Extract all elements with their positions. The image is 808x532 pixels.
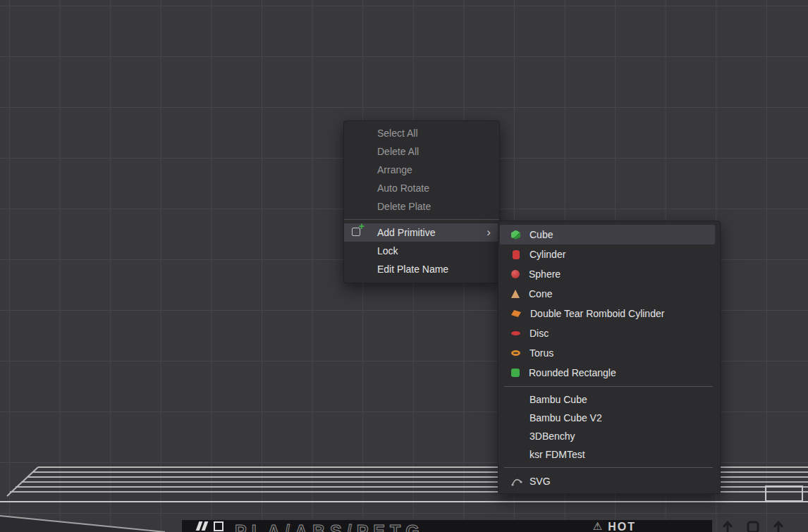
submenu-separator [504, 467, 713, 468]
submenu-item-disc[interactable]: Disc [498, 323, 720, 343]
hot-warning: ⚠ HOT [593, 520, 636, 532]
context-menu: Select All Delete All Arrange Auto Rotat… [343, 120, 500, 283]
menu-item-edit-plate-name[interactable]: Edit Plate Name [344, 260, 499, 278]
submenu-item-label: Rounded Rectangle [529, 367, 616, 378]
submenu-item-ksr-fdmtest[interactable]: ksr FDMTest [498, 445, 720, 464]
submenu-item-label: Cone [529, 288, 552, 299]
submenu-item-rounded-rectangle[interactable]: Rounded Rectangle [498, 363, 720, 383]
plate-front-strip: PLA/ABS/PETG ⚠ HOT [182, 520, 712, 532]
submenu-item-label: Sphere [529, 268, 561, 280]
add-primitive-submenu: Cube Cylinder Sphere Cone Double Tear Ro… [498, 221, 721, 494]
submenu-item-cylinder[interactable]: Cylinder [498, 245, 720, 264]
plate-badge-icon [214, 521, 224, 531]
viewport-3d[interactable]: PLA/ABS/PETG ⚠ HOT Select All Delete All… [0, 0, 808, 532]
submenu-item-label: Cylinder [530, 249, 565, 260]
menu-item-label: Add Primitive [377, 227, 435, 238]
svg-curve-icon [511, 477, 522, 486]
submenu-item-label: SVG [530, 476, 551, 487]
menu-item-delete-plate[interactable]: Delete Plate [344, 197, 499, 216]
chevron-right-icon: › [486, 223, 491, 242]
double-tear-romboid-cylinder-icon [511, 310, 521, 317]
arrow-up-icon[interactable] [721, 519, 735, 532]
submenu-item-sphere[interactable]: Sphere [498, 264, 720, 284]
sphere-icon [511, 270, 520, 278]
submenu-item-bambu-cube[interactable]: Bambu Cube [498, 390, 720, 409]
submenu-item-label: Cube [530, 229, 553, 240]
arrow-up-icon[interactable] [771, 519, 785, 532]
warning-triangle-icon: ⚠ [593, 520, 602, 532]
rounded-rectangle-icon [511, 369, 520, 377]
hot-label: HOT [608, 520, 636, 532]
add-primitive-icon: + [352, 228, 360, 236]
submenu-item-cone[interactable]: Cone [498, 284, 720, 304]
menu-item-arrange[interactable]: Arrange [344, 161, 499, 179]
cube-icon [511, 230, 520, 240]
submenu-item-svg[interactable]: SVG [498, 471, 720, 491]
menu-item-select-all[interactable]: Select All [344, 124, 499, 142]
submenu-item-label: Disc [530, 328, 549, 339]
menu-item-add-primitive[interactable]: + Add Primitive › [344, 223, 499, 242]
torus-icon [511, 350, 520, 356]
rounded-square-icon[interactable] [746, 519, 760, 532]
disc-icon [511, 331, 520, 335]
submenu-item-cube[interactable]: Cube [500, 225, 715, 245]
menu-item-auto-rotate[interactable]: Auto Rotate [344, 179, 499, 197]
submenu-item-double-tear-romboid-cylinder[interactable]: Double Tear Romboid Cylinder [498, 304, 720, 323]
submenu-item-label: Torus [530, 347, 553, 359]
cylinder-icon [513, 250, 520, 259]
submenu-item-torus[interactable]: Torus [498, 343, 720, 363]
submenu-item-label: Double Tear Romboid Cylinder [530, 308, 664, 319]
menu-separator [344, 219, 499, 220]
plate-corner-icons[interactable] [721, 519, 808, 532]
submenu-separator [504, 386, 713, 387]
submenu-item-3dbenchy[interactable]: 3DBenchy [498, 427, 720, 445]
plate-surface-text: PLA/ABS/PETG [235, 521, 424, 532]
submenu-item-bambu-cube-v2[interactable]: Bambu Cube V2 [498, 409, 720, 427]
menu-item-delete-all[interactable]: Delete All [344, 142, 499, 161]
bambu-logo-icon [197, 521, 207, 531]
menu-item-lock[interactable]: Lock [344, 242, 499, 260]
cone-icon [511, 290, 520, 298]
